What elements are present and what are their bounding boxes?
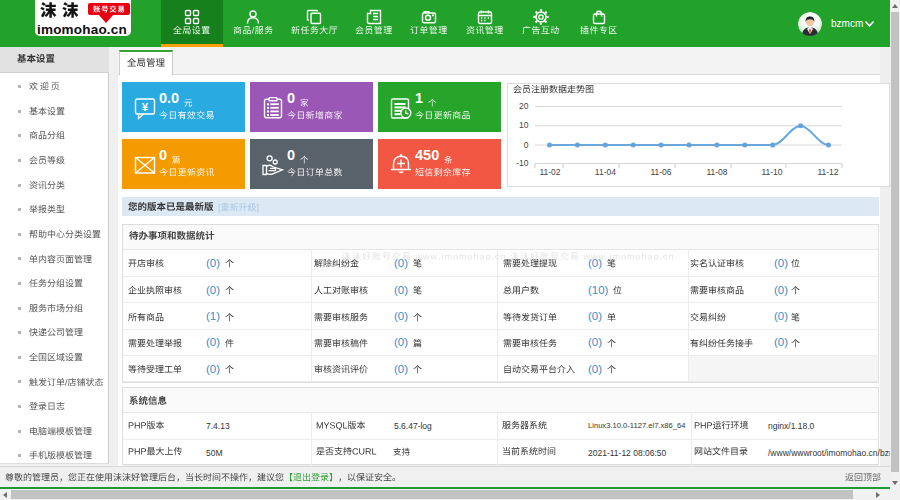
svg-text:-10: -10 xyxy=(516,158,529,168)
svg-text:11-02: 11-02 xyxy=(539,167,560,177)
svg-text:¥: ¥ xyxy=(142,101,149,113)
svg-text:11-08: 11-08 xyxy=(706,167,727,177)
svg-text:10: 10 xyxy=(519,120,529,130)
svg-text:11-10: 11-10 xyxy=(761,167,782,177)
svg-text:20: 20 xyxy=(519,101,529,111)
svg-text:0: 0 xyxy=(524,140,529,150)
svg-text:11-06: 11-06 xyxy=(650,167,671,177)
svg-text:11-12: 11-12 xyxy=(817,167,838,177)
svg-text:11-04: 11-04 xyxy=(595,167,616,177)
